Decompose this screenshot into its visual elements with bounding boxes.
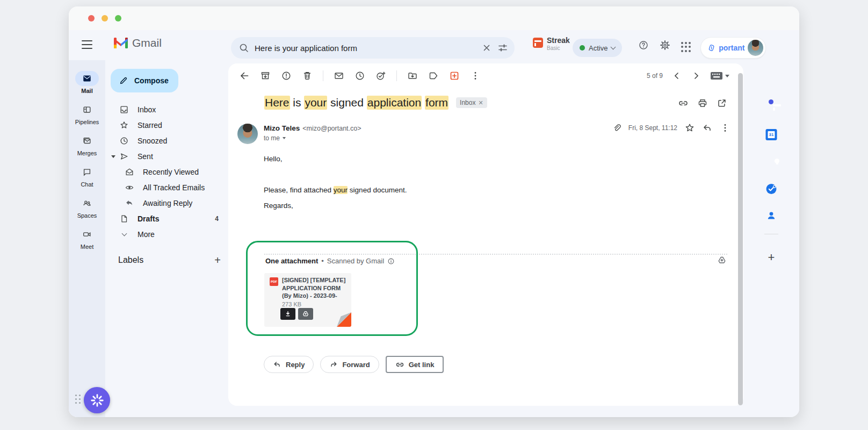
- collapse-caret-icon[interactable]: [111, 155, 115, 158]
- close-window-button[interactable]: [88, 15, 95, 22]
- search-input[interactable]: [255, 44, 476, 53]
- add-to-tasks-icon[interactable]: [375, 70, 386, 81]
- tasks-icon[interactable]: [766, 183, 777, 195]
- rail-item-spaces[interactable]: Spaces: [69, 196, 105, 219]
- portant-fab-button[interactable]: [84, 387, 110, 413]
- label-icon[interactable]: [428, 70, 439, 81]
- rail-item-chat[interactable]: Chat: [69, 164, 105, 188]
- remove-label-icon[interactable]: ✕: [478, 99, 483, 106]
- sidebar-item-starred[interactable]: Starred: [105, 118, 228, 133]
- move-to-icon[interactable]: [407, 70, 418, 81]
- chevron-down-icon: [611, 45, 616, 50]
- inbox-label-chip[interactable]: Inbox✕: [456, 97, 487, 108]
- add-to-drive-button[interactable]: [298, 308, 313, 320]
- settings-gear-icon[interactable]: [660, 40, 670, 51]
- delete-icon[interactable]: [302, 70, 313, 81]
- rail-item-pipelines[interactable]: Pipelines: [69, 102, 105, 125]
- chat-icon: [82, 167, 92, 177]
- gmail-wordmark: Gmail: [132, 37, 162, 49]
- sidebar-item-awaiting-reply[interactable]: Awaiting Reply: [105, 196, 228, 211]
- status-label: Active: [589, 44, 607, 52]
- streak-tier: Basic: [547, 45, 570, 51]
- more-options-icon[interactable]: [470, 70, 481, 81]
- gmail-logo: Gmail: [114, 37, 162, 49]
- zoom-window-button[interactable]: [115, 15, 121, 22]
- scrollbar-thumb[interactable]: [738, 73, 743, 405]
- email-body-greeting: Hello,: [264, 155, 283, 163]
- streak-add-box-icon[interactable]: [449, 70, 460, 81]
- pencil-icon: [119, 76, 128, 85]
- save-all-to-drive-icon[interactable]: [717, 255, 727, 266]
- help-icon[interactable]: [638, 40, 649, 51]
- download-attachment-button[interactable]: [280, 308, 295, 320]
- streak-extension-button[interactable]: Streak Basic: [533, 36, 570, 51]
- drag-handle-dots[interactable]: [75, 395, 81, 404]
- reply-button[interactable]: Reply: [264, 356, 314, 373]
- more-options-icon[interactable]: [720, 123, 730, 133]
- recipient-dropdown[interactable]: to me: [264, 134, 286, 142]
- user-avatar[interactable]: [748, 40, 763, 56]
- get-link-icon[interactable]: [678, 98, 689, 109]
- report-spam-icon[interactable]: [281, 70, 292, 81]
- reply-icon[interactable]: [702, 123, 713, 133]
- sent-icon: [119, 152, 129, 161]
- portant-label: portant: [719, 44, 744, 52]
- sidebar-item-more[interactable]: More: [105, 227, 228, 242]
- star-icon: [119, 120, 129, 130]
- rail-item-mail[interactable]: Mail: [69, 71, 105, 94]
- attachment-divider: [264, 254, 727, 255]
- sender-email: <mizo@portant.co>: [302, 125, 361, 132]
- sidebar-item-all-tracked-emails[interactable]: All Tracked Emails: [105, 180, 228, 195]
- drive-add-icon: [301, 310, 310, 318]
- desktop-background: Gmail Streak Basic Active: [0, 0, 868, 430]
- clear-search-icon[interactable]: [481, 42, 492, 53]
- sidebar-item-recently-viewed[interactable]: Recently Viewed: [105, 164, 228, 180]
- sidebar-item-sent[interactable]: Sent: [105, 149, 228, 164]
- email-date: Fri, 8 Sept, 11:12: [628, 124, 677, 132]
- email-subject: Here is your signed application form Inb…: [264, 96, 487, 110]
- star-icon[interactable]: [684, 123, 695, 133]
- sidebar-item-snoozed[interactable]: Snoozed: [105, 133, 228, 148]
- compose-button[interactable]: Compose: [111, 69, 178, 92]
- minimize-window-button[interactable]: [102, 15, 108, 22]
- back-icon[interactable]: [239, 70, 250, 81]
- spaces-icon: [82, 198, 92, 208]
- google-apps-grid-icon[interactable]: [681, 41, 692, 52]
- search-bar[interactable]: [231, 37, 515, 59]
- streak-status-dropdown[interactable]: Active: [573, 39, 622, 57]
- rail-item-merges[interactable]: Merges: [69, 133, 105, 156]
- main-menu-icon[interactable]: [82, 40, 92, 49]
- info-icon[interactable]: [387, 257, 395, 265]
- forward-icon: [329, 360, 338, 369]
- newer-email-icon[interactable]: [671, 70, 682, 81]
- forward-button[interactable]: Forward: [320, 356, 379, 373]
- get-link-button[interactable]: Get link: [386, 356, 444, 373]
- older-email-icon[interactable]: [691, 70, 701, 81]
- mark-unread-icon[interactable]: [334, 70, 344, 81]
- archive-icon[interactable]: [260, 70, 271, 81]
- rail-item-meet[interactable]: Meet: [69, 227, 105, 250]
- portant-extension-button[interactable]: portant: [700, 37, 766, 59]
- calendar-icon[interactable]: 31: [766, 129, 777, 140]
- snooze-icon[interactable]: [355, 70, 365, 81]
- attachment-header: One attachment • Scanned by Gmail: [265, 257, 395, 265]
- attachment-card[interactable]: PDF [SIGNED] [TEMPLATE] APPLICATION FORM…: [264, 273, 351, 327]
- sidebar-item-drafts[interactable]: Drafts 4: [105, 211, 228, 226]
- sidebar-item-inbox[interactable]: Inbox: [105, 102, 228, 117]
- merges-icon: [82, 136, 92, 146]
- open-in-new-icon[interactable]: [717, 98, 727, 109]
- contacts-icon[interactable]: [766, 210, 777, 221]
- input-method-selector[interactable]: [710, 71, 729, 80]
- sender-name: Mizo Teles<mizo@portant.co>: [264, 124, 361, 132]
- sender-avatar[interactable]: [237, 124, 258, 144]
- search-filters-icon[interactable]: [497, 42, 508, 53]
- gmail-app: Gmail Streak Basic Active: [69, 30, 799, 417]
- create-label-button[interactable]: +: [214, 255, 221, 266]
- get-addons-button[interactable]: +: [768, 252, 775, 263]
- print-icon[interactable]: [697, 98, 708, 109]
- portant-burst-icon: [90, 393, 104, 407]
- streak-logo-icon: [533, 38, 543, 48]
- status-dot-icon: [580, 45, 585, 51]
- folded-corner-decoration: [337, 312, 351, 327]
- link-icon: [395, 360, 404, 369]
